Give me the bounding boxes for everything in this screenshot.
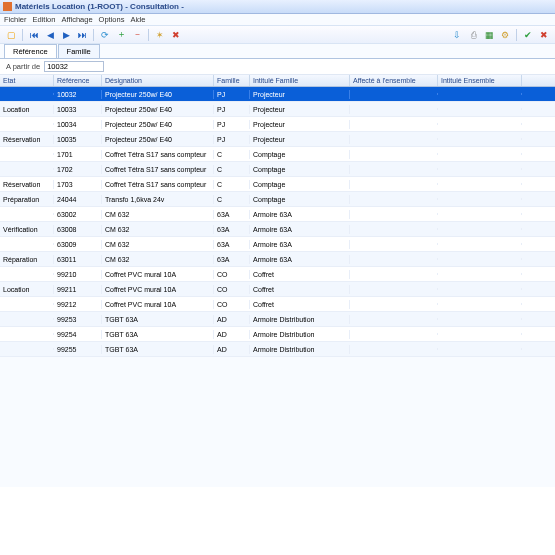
cell bbox=[438, 123, 522, 125]
export-icon[interactable]: ⇩ bbox=[450, 28, 464, 42]
table-row[interactable]: 63009CM 63263AArmoire 63A bbox=[0, 237, 555, 252]
first-icon[interactable]: ⏮ bbox=[27, 28, 41, 42]
prev-icon[interactable]: ◀ bbox=[43, 28, 57, 42]
cell bbox=[438, 198, 522, 200]
table-row[interactable]: 10032Projecteur 250w/ E40PJProjecteur bbox=[0, 87, 555, 102]
cell bbox=[438, 93, 522, 95]
print-icon[interactable]: ⎙ bbox=[466, 28, 480, 42]
table-row[interactable]: Location99211Coffret PVC mural 10ACOCoff… bbox=[0, 282, 555, 297]
add-icon[interactable]: ＋ bbox=[114, 28, 128, 42]
cell: CM 632 bbox=[102, 210, 214, 219]
tab-famille[interactable]: Famille bbox=[58, 44, 100, 58]
cell bbox=[438, 288, 522, 290]
cell: Comptage bbox=[250, 195, 350, 204]
close-icon[interactable]: ✖ bbox=[169, 28, 183, 42]
cell: Armoire 63A bbox=[250, 210, 350, 219]
menu-fichier[interactable]: Fichier bbox=[4, 15, 27, 24]
menu-edition[interactable]: Edition bbox=[33, 15, 56, 24]
cell: 63008 bbox=[54, 225, 102, 234]
cell bbox=[438, 138, 522, 140]
cell: 99255 bbox=[54, 345, 102, 354]
table-row[interactable]: 99255TGBT 63AADArmoire Distribution bbox=[0, 342, 555, 357]
table-row[interactable]: Location10033Projecteur 250w/ E40PJProje… bbox=[0, 102, 555, 117]
toolbar: ▢ ⏮ ◀ ▶ ⏭ ⟳ ＋ － ✶ ✖ ⇩ ⎙ ▦ ⚙ ✔ ✖ bbox=[0, 26, 555, 44]
cell: 10032 bbox=[54, 90, 102, 99]
refresh-icon[interactable]: ⟳ bbox=[98, 28, 112, 42]
tab-reference[interactable]: Référence bbox=[4, 44, 57, 58]
cell: PJ bbox=[214, 120, 250, 129]
table-row[interactable]: 1702Coffret Tétra S17 sans compteurCComp… bbox=[0, 162, 555, 177]
cell: Armoire 63A bbox=[250, 240, 350, 249]
cell: 1701 bbox=[54, 150, 102, 159]
last-icon[interactable]: ⏭ bbox=[75, 28, 89, 42]
cell: Projecteur 250w/ E40 bbox=[102, 105, 214, 114]
cell bbox=[350, 123, 438, 125]
table-row[interactable]: 1701Coffret Tétra S17 sans compteurCComp… bbox=[0, 147, 555, 162]
table-row[interactable]: 99212Coffret PVC mural 10ACOCoffret bbox=[0, 297, 555, 312]
titlebar: Matériels Location (1-ROOT) - Consultati… bbox=[0, 0, 555, 14]
ok-icon[interactable]: ✔ bbox=[521, 28, 535, 42]
cell bbox=[438, 258, 522, 260]
cell bbox=[350, 318, 438, 320]
cell bbox=[350, 258, 438, 260]
menu-aide[interactable]: Aide bbox=[130, 15, 145, 24]
col-intitule-famille[interactable]: Intitulé Famille bbox=[250, 75, 350, 86]
cell: 99210 bbox=[54, 270, 102, 279]
col-etat[interactable]: Etat bbox=[0, 75, 54, 86]
cell bbox=[350, 138, 438, 140]
cell: TGBT 63A bbox=[102, 330, 214, 339]
delete-icon[interactable]: － bbox=[130, 28, 144, 42]
table-row[interactable]: Réparation63011CM 63263AArmoire 63A bbox=[0, 252, 555, 267]
data-grid[interactable]: Etat Référence Désignation Famille Intit… bbox=[0, 75, 555, 555]
cell: Armoire Distribution bbox=[250, 330, 350, 339]
cell bbox=[438, 333, 522, 335]
cell bbox=[438, 318, 522, 320]
cell: Coffret PVC mural 10A bbox=[102, 270, 214, 279]
cell: AD bbox=[214, 330, 250, 339]
cell: Coffret bbox=[250, 270, 350, 279]
menu-options[interactable]: Options bbox=[99, 15, 125, 24]
table-row[interactable]: 99253TGBT 63AADArmoire Distribution bbox=[0, 312, 555, 327]
cell bbox=[350, 198, 438, 200]
col-designation[interactable]: Désignation bbox=[102, 75, 214, 86]
table-row[interactable]: Réservation1703Coffret Tétra S17 sans co… bbox=[0, 177, 555, 192]
table-row[interactable]: Réservation10035Projecteur 250w/ E40PJPr… bbox=[0, 132, 555, 147]
next-icon[interactable]: ▶ bbox=[59, 28, 73, 42]
col-intitule-ensemble[interactable]: Intitulé Ensemble bbox=[438, 75, 522, 86]
cancel-icon[interactable]: ✖ bbox=[537, 28, 551, 42]
cell bbox=[438, 303, 522, 305]
cell: Comptage bbox=[250, 180, 350, 189]
cell: 63009 bbox=[54, 240, 102, 249]
cell: Armoire Distribution bbox=[250, 345, 350, 354]
cell: Coffret bbox=[250, 300, 350, 309]
new-icon[interactable]: ▢ bbox=[4, 28, 18, 42]
grid-header: Etat Référence Désignation Famille Intit… bbox=[0, 75, 555, 87]
cell: 1703 bbox=[54, 180, 102, 189]
cell: Coffret Tétra S17 sans compteur bbox=[102, 180, 214, 189]
cell bbox=[350, 108, 438, 110]
col-reference[interactable]: Référence bbox=[54, 75, 102, 86]
action-icon[interactable]: ✶ bbox=[153, 28, 167, 42]
col-famille[interactable]: Famille bbox=[214, 75, 250, 86]
cell bbox=[438, 228, 522, 230]
table-row[interactable]: 99210Coffret PVC mural 10ACOCoffret bbox=[0, 267, 555, 282]
cell: 10033 bbox=[54, 105, 102, 114]
toolbar-left: ▢ ⏮ ◀ ▶ ⏭ ⟳ ＋ － ✶ ✖ bbox=[4, 28, 183, 42]
table-row[interactable]: 99254TGBT 63AADArmoire Distribution bbox=[0, 327, 555, 342]
cell: TGBT 63A bbox=[102, 345, 214, 354]
excel-icon[interactable]: ▦ bbox=[482, 28, 496, 42]
table-row[interactable]: 10034Projecteur 250w/ E40PJProjecteur bbox=[0, 117, 555, 132]
table-row[interactable]: Vérification63008CM 63263AArmoire 63A bbox=[0, 222, 555, 237]
cell: Transfo 1,6kva 24v bbox=[102, 195, 214, 204]
col-affecte[interactable]: Affecté à l'ensemble bbox=[350, 75, 438, 86]
table-row[interactable]: Préparation24044Transfo 1,6kva 24vCCompt… bbox=[0, 192, 555, 207]
cell bbox=[350, 93, 438, 95]
window-title: Matériels Location (1-ROOT) - Consultati… bbox=[15, 2, 184, 11]
cell: 63A bbox=[214, 210, 250, 219]
menu-affichage[interactable]: Affichage bbox=[61, 15, 92, 24]
cell: PJ bbox=[214, 105, 250, 114]
filter-input[interactable] bbox=[44, 61, 104, 72]
table-row[interactable]: 63002CM 63263AArmoire 63A bbox=[0, 207, 555, 222]
cell bbox=[350, 273, 438, 275]
config-icon[interactable]: ⚙ bbox=[498, 28, 512, 42]
